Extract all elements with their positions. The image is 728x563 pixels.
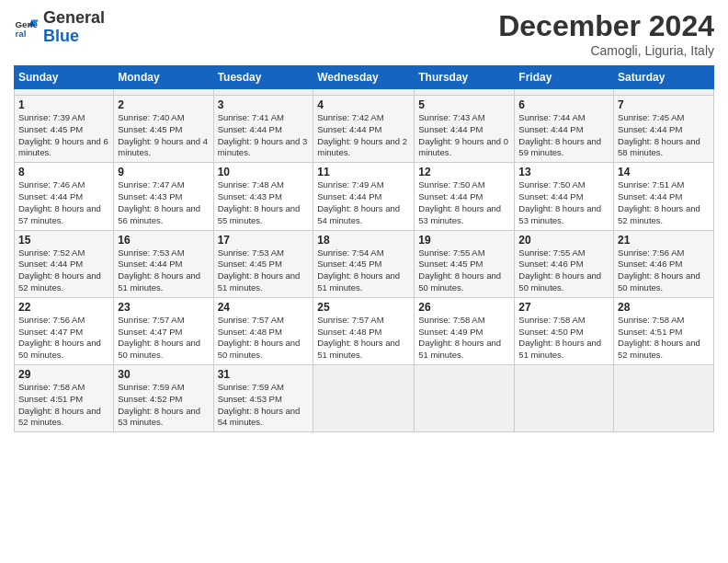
day-info: Sunrise: 7:49 AMSunset: 4:44 PMDaylight:… [317,179,410,226]
calendar-week-row: 8Sunrise: 7:46 AMSunset: 4:44 PMDaylight… [15,163,714,230]
day-info: Sunrise: 7:57 AMSunset: 4:47 PMDaylight:… [118,315,209,362]
calendar-cell: 8Sunrise: 7:46 AMSunset: 4:44 PMDaylight… [15,163,114,230]
day-info: Sunrise: 7:51 AMSunset: 4:44 PMDaylight:… [618,179,710,226]
calendar-cell: 18Sunrise: 7:54 AMSunset: 4:45 PMDayligh… [313,230,415,297]
header: Gene ral General Blue December 2024 Camo… [14,9,714,58]
day-number: 22 [18,301,109,314]
day-number: 19 [418,234,510,247]
day-number: 31 [218,368,310,381]
day-info: Sunrise: 7:59 AMSunset: 4:52 PMDaylight:… [118,382,209,429]
calendar-table: SundayMondayTuesdayWednesdayThursdayFrid… [14,65,714,432]
day-info: Sunrise: 7:55 AMSunset: 4:45 PMDaylight:… [418,247,510,294]
day-number: 27 [518,301,609,314]
calendar-cell: 23Sunrise: 7:57 AMSunset: 4:47 PMDayligh… [114,297,213,364]
day-info: Sunrise: 7:45 AMSunset: 4:44 PMDaylight:… [618,112,710,159]
calendar-cell [313,365,415,432]
calendar-cell: 30Sunrise: 7:59 AMSunset: 4:52 PMDayligh… [114,365,213,432]
day-info: Sunrise: 7:40 AMSunset: 4:45 PMDaylight:… [118,112,209,159]
day-number: 2 [118,98,209,111]
day-number: 18 [317,234,410,247]
logo: Gene ral General Blue [14,9,105,46]
calendar-cell: 4Sunrise: 7:42 AMSunset: 4:44 PMDaylight… [313,96,415,163]
day-number: 16 [118,234,209,247]
calendar-cell [614,89,714,96]
day-info: Sunrise: 7:42 AMSunset: 4:44 PMDaylight:… [317,112,410,159]
day-number: 23 [118,301,209,314]
day-number: 21 [618,234,710,247]
day-info: Sunrise: 7:47 AMSunset: 4:43 PMDaylight:… [118,179,209,226]
title-block: December 2024 Camogli, Liguria, Italy [498,9,714,58]
day-info: Sunrise: 7:56 AMSunset: 4:47 PMDaylight:… [18,315,109,362]
day-number: 15 [18,234,109,247]
calendar-cell: 5Sunrise: 7:43 AMSunset: 4:44 PMDaylight… [415,96,515,163]
calendar-cell: 11Sunrise: 7:49 AMSunset: 4:44 PMDayligh… [313,163,415,230]
day-number: 9 [118,166,209,178]
calendar-header-row: SundayMondayTuesdayWednesdayThursdayFrid… [15,66,714,89]
calendar-cell: 20Sunrise: 7:55 AMSunset: 4:46 PMDayligh… [515,230,614,297]
day-info: Sunrise: 7:39 AMSunset: 4:45 PMDaylight:… [18,112,109,159]
calendar-cell: 14Sunrise: 7:51 AMSunset: 4:44 PMDayligh… [614,163,714,230]
day-info: Sunrise: 7:50 AMSunset: 4:44 PMDaylight:… [518,179,609,226]
calendar-cell [415,89,515,96]
day-number: 14 [618,166,710,178]
day-of-week-header: Tuesday [213,66,313,89]
calendar-cell: 19Sunrise: 7:55 AMSunset: 4:45 PMDayligh… [415,230,515,297]
calendar-cell [15,89,114,96]
day-number: 30 [118,368,209,381]
day-number: 3 [218,98,310,111]
calendar-cell: 24Sunrise: 7:57 AMSunset: 4:48 PMDayligh… [213,297,313,364]
day-number: 1 [18,98,109,111]
calendar-cell: 16Sunrise: 7:53 AMSunset: 4:44 PMDayligh… [114,230,213,297]
month-title: December 2024 [498,9,714,43]
calendar-cell [313,89,415,96]
day-info: Sunrise: 7:54 AMSunset: 4:45 PMDaylight:… [317,247,410,294]
calendar-week-row [15,89,714,96]
day-number: 11 [317,166,410,178]
logo-text-blue: Blue [43,28,105,46]
page: Gene ral General Blue December 2024 Camo… [0,0,728,563]
calendar-cell: 3Sunrise: 7:41 AMSunset: 4:44 PMDaylight… [213,96,313,163]
day-number: 26 [418,301,510,314]
calendar-cell: 31Sunrise: 7:59 AMSunset: 4:53 PMDayligh… [213,365,313,432]
day-info: Sunrise: 7:55 AMSunset: 4:46 PMDaylight:… [518,247,609,294]
svg-text:ral: ral [15,29,26,39]
calendar-cell: 9Sunrise: 7:47 AMSunset: 4:43 PMDaylight… [114,163,213,230]
day-info: Sunrise: 7:58 AMSunset: 4:49 PMDaylight:… [418,315,510,362]
calendar-cell: 12Sunrise: 7:50 AMSunset: 4:44 PMDayligh… [415,163,515,230]
calendar-cell [213,89,313,96]
day-number: 28 [618,301,710,314]
calendar-cell: 6Sunrise: 7:44 AMSunset: 4:44 PMDaylight… [515,96,614,163]
day-number: 29 [18,368,109,381]
calendar-cell [614,365,714,432]
logo-text-general: General [43,9,105,28]
day-info: Sunrise: 7:58 AMSunset: 4:50 PMDaylight:… [518,315,609,362]
day-number: 7 [618,98,710,111]
calendar-cell: 29Sunrise: 7:58 AMSunset: 4:51 PMDayligh… [15,365,114,432]
day-of-week-header: Thursday [415,66,515,89]
calendar-cell: 7Sunrise: 7:45 AMSunset: 4:44 PMDaylight… [614,96,714,163]
calendar-cell: 1Sunrise: 7:39 AMSunset: 4:45 PMDaylight… [15,96,114,163]
day-info: Sunrise: 7:58 AMSunset: 4:51 PMDaylight:… [618,315,710,362]
day-info: Sunrise: 7:56 AMSunset: 4:46 PMDaylight:… [618,247,710,294]
day-number: 24 [218,301,310,314]
day-of-week-header: Wednesday [313,66,415,89]
day-number: 8 [18,166,109,178]
day-number: 13 [518,166,609,178]
calendar-week-row: 15Sunrise: 7:52 AMSunset: 4:44 PMDayligh… [15,230,714,297]
day-number: 6 [518,98,609,111]
calendar-week-row: 29Sunrise: 7:58 AMSunset: 4:51 PMDayligh… [15,365,714,432]
day-number: 5 [418,98,510,111]
calendar-cell: 22Sunrise: 7:56 AMSunset: 4:47 PMDayligh… [15,297,114,364]
day-number: 20 [518,234,609,247]
day-info: Sunrise: 7:41 AMSunset: 4:44 PMDaylight:… [218,112,310,159]
day-info: Sunrise: 7:43 AMSunset: 4:44 PMDaylight:… [418,112,510,159]
day-info: Sunrise: 7:53 AMSunset: 4:44 PMDaylight:… [118,247,209,294]
day-info: Sunrise: 7:57 AMSunset: 4:48 PMDaylight:… [317,315,410,362]
day-info: Sunrise: 7:44 AMSunset: 4:44 PMDaylight:… [518,112,609,159]
calendar-cell: 15Sunrise: 7:52 AMSunset: 4:44 PMDayligh… [15,230,114,297]
calendar-cell: 13Sunrise: 7:50 AMSunset: 4:44 PMDayligh… [515,163,614,230]
calendar-cell: 17Sunrise: 7:53 AMSunset: 4:45 PMDayligh… [213,230,313,297]
logo-icon: Gene ral [14,15,40,40]
calendar-cell: 28Sunrise: 7:58 AMSunset: 4:51 PMDayligh… [614,297,714,364]
day-of-week-header: Monday [114,66,213,89]
